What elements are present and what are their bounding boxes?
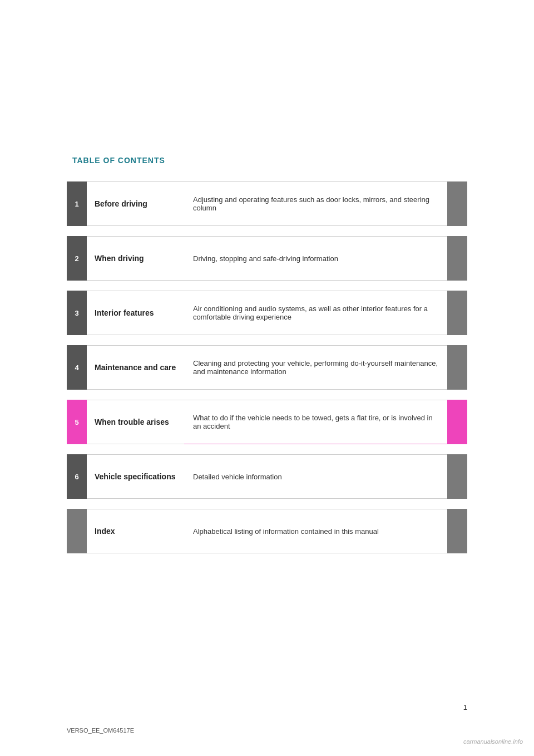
toc-tab-4	[447, 345, 467, 390]
toc-tab-index	[447, 509, 467, 553]
toc-name-1: Before driving	[87, 181, 184, 226]
toc-tab-6	[447, 454, 467, 499]
toc-number-2: 2	[67, 236, 87, 281]
toc-title: TABLE OF CONTENTS	[67, 156, 467, 165]
toc-desc-index: Alphabetical listing of information cont…	[184, 509, 447, 553]
toc-tab-3	[447, 291, 467, 335]
toc-row-index: Index Alphabetical listing of informatio…	[67, 509, 467, 553]
toc-desc-5: What to do if the vehicle needs to be to…	[184, 400, 447, 444]
toc-name-5: When trouble arises	[87, 400, 184, 444]
toc-number-6: 6	[67, 454, 87, 499]
page-container: TABLE OF CONTENTS 1 Before driving Adjus…	[0, 0, 534, 756]
toc-row-1: 1 Before driving Adjusting and operating…	[67, 181, 467, 226]
toc-desc-1: Adjusting and operating features such as…	[184, 181, 447, 226]
toc-row-6: 6 Vehicle specifications Detailed vehicl…	[67, 454, 467, 499]
toc-row-3: 3 Interior features Air conditioning and…	[67, 291, 467, 335]
toc-name-6: Vehicle specifications	[87, 454, 184, 499]
toc-name-3: Interior features	[87, 291, 184, 335]
toc-desc-3: Air conditioning and audio systems, as w…	[184, 291, 447, 335]
toc-number-5: 5	[67, 400, 87, 444]
toc-number-3: 3	[67, 291, 87, 335]
toc-row-4: 4 Maintenance and care Cleaning and prot…	[67, 345, 467, 390]
toc-rows: 1 Before driving Adjusting and operating…	[67, 181, 467, 563]
toc-name-index: Index	[87, 509, 184, 553]
footer-label: VERSO_EE_OM64517E	[67, 727, 134, 734]
toc-row-2: 2 When driving Driving, stopping and saf…	[67, 236, 467, 281]
toc-number-index	[67, 509, 87, 553]
watermark: carmanualsonline.info	[463, 738, 523, 745]
toc-number-4: 4	[67, 345, 87, 390]
toc-tab-2	[447, 236, 467, 281]
toc-name-4: Maintenance and care	[87, 345, 184, 390]
table-of-contents: TABLE OF CONTENTS 1 Before driving Adjus…	[0, 0, 534, 619]
toc-name-2: When driving	[87, 236, 184, 281]
page-number: 1	[463, 703, 467, 711]
toc-desc-2: Driving, stopping and safe-driving infor…	[184, 236, 447, 281]
toc-tab-5	[447, 400, 467, 444]
toc-desc-4: Cleaning and protecting your vehicle, pe…	[184, 345, 447, 390]
toc-tab-1	[447, 181, 467, 226]
toc-number-1: 1	[67, 181, 87, 226]
toc-row-5: 5 When trouble arises What to do if the …	[67, 400, 467, 444]
toc-desc-6: Detailed vehicle information	[184, 454, 447, 499]
